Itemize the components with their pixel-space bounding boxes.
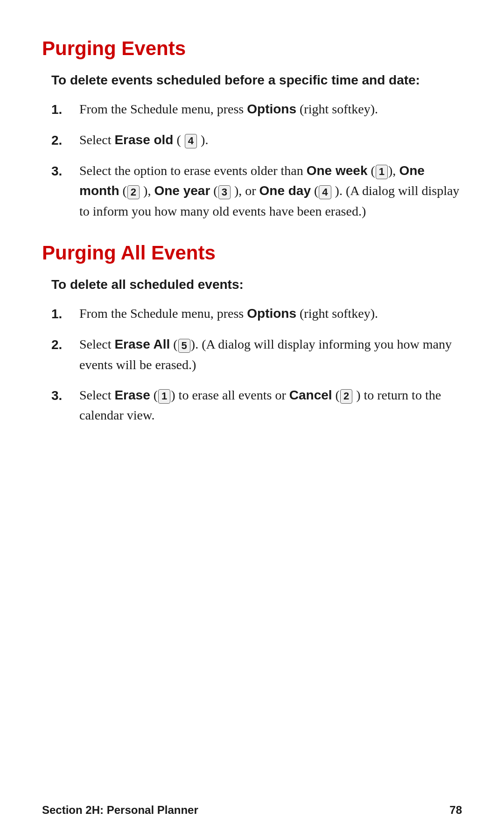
all-step-3: 3. Select Erase (1) to erase all events … bbox=[51, 385, 462, 426]
all-step-2-text: Select Erase All (5). (A dialog will dis… bbox=[79, 334, 462, 375]
purging-all-events-subtitle: To delete all scheduled events: bbox=[51, 277, 462, 292]
kbd-3a-badge: 3 bbox=[218, 185, 231, 199]
section-purging-events: Purging Events To delete events schedule… bbox=[42, 37, 462, 221]
kbd-5-badge: 5 bbox=[178, 339, 190, 353]
step-2: 2. Select Erase old ( 4 ). bbox=[51, 130, 462, 150]
all-step-1-number: 1. bbox=[51, 303, 79, 324]
step-2-number: 2. bbox=[51, 130, 79, 150]
all-step-2: 2. Select Erase All (5). (A dialog will … bbox=[51, 334, 462, 375]
all-step-3-number: 3. bbox=[51, 385, 79, 406]
footer-right: 78 bbox=[449, 804, 462, 817]
kbd-2b-badge: 2 bbox=[340, 389, 352, 403]
step-1-number: 1. bbox=[51, 99, 79, 119]
all-step-1: 1. From the Schedule menu, press Options… bbox=[51, 303, 462, 324]
all-step-2-number: 2. bbox=[51, 334, 79, 355]
step-3: 3. Select the option to erase events old… bbox=[51, 161, 462, 221]
step-1-text: From the Schedule menu, press Options (r… bbox=[79, 99, 462, 119]
section-purging-all-events: Purging All Events To delete all schedul… bbox=[42, 242, 462, 426]
purging-all-events-title: Purging All Events bbox=[42, 242, 462, 264]
all-step-1-text: From the Schedule menu, press Options (r… bbox=[79, 303, 462, 323]
page-footer: Section 2H: Personal Planner 78 bbox=[42, 804, 462, 817]
step-1: 1. From the Schedule menu, press Options… bbox=[51, 99, 462, 119]
page-content: Purging Events To delete events schedule… bbox=[0, 0, 504, 483]
kbd-4a-badge: 4 bbox=[319, 185, 331, 199]
purging-all-events-steps: 1. From the Schedule menu, press Options… bbox=[51, 303, 462, 426]
kbd-1b-badge: 1 bbox=[158, 389, 170, 403]
step-2-text: Select Erase old ( 4 ). bbox=[79, 130, 462, 150]
purging-events-steps: 1. From the Schedule menu, press Options… bbox=[51, 99, 462, 221]
kbd-2a-badge: 2 bbox=[127, 185, 140, 199]
kbd-4-badge: 4 bbox=[185, 134, 197, 148]
step-3-text: Select the option to erase events older … bbox=[79, 161, 462, 221]
step-3-number: 3. bbox=[51, 161, 79, 181]
purging-events-title: Purging Events bbox=[42, 37, 462, 60]
footer-left: Section 2H: Personal Planner bbox=[42, 804, 198, 817]
kbd-1a-badge: 1 bbox=[376, 165, 388, 179]
purging-events-subtitle: To delete events scheduled before a spec… bbox=[51, 73, 462, 88]
all-step-3-text: Select Erase (1) to erase all events or … bbox=[79, 385, 462, 426]
